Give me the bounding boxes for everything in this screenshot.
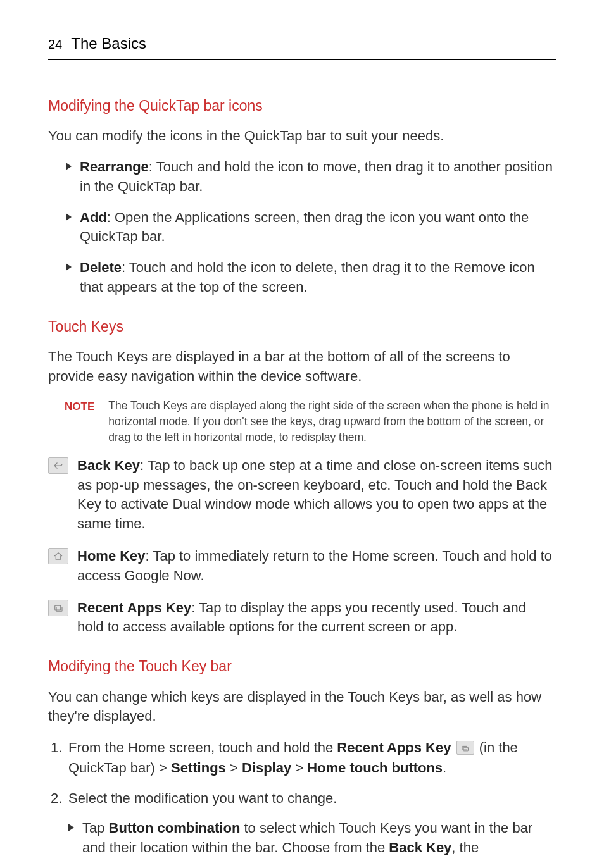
label-delete: Delete xyxy=(80,259,122,275)
step1-settings: Settings xyxy=(171,760,226,776)
sub-button-combo: Tap Button combination to select which T… xyxy=(68,819,556,858)
step1-home-touch: Home touch buttons xyxy=(307,760,443,776)
back-key-label: Back Key xyxy=(77,457,140,473)
modify-steps: From the Home screen, touch and hold the… xyxy=(48,738,556,857)
step2-text: Select the modification you want to chan… xyxy=(68,790,337,806)
text-add: : Open the Applications screen, then dra… xyxy=(80,209,529,245)
item-rearrange: Rearrange: Touch and hold the icon to mo… xyxy=(66,158,556,197)
step1-recent-label: Recent Apps Key xyxy=(337,740,451,755)
step1-gt2: > xyxy=(291,760,307,776)
sub-end: , the xyxy=(451,840,479,855)
heading-quicktap: Modifying the QuickTap bar icons xyxy=(48,96,556,116)
sub-pre: Tap xyxy=(82,820,109,836)
sub-button-combo-label: Button combination xyxy=(109,820,241,836)
intro-modify-touchkey: You can change which keys are displayed … xyxy=(48,688,556,727)
heading-modify-touchkey: Modifying the Touch Key bar xyxy=(48,656,556,677)
sub-back-key-label: Back Key xyxy=(389,840,451,855)
back-key-icon xyxy=(48,457,68,474)
home-key-label: Home Key xyxy=(77,548,146,564)
svg-rect-3 xyxy=(463,747,469,751)
item-add: Add: Open the Applications screen, then … xyxy=(66,208,556,247)
step2-sublist: Tap Button combination to select which T… xyxy=(68,819,556,858)
page-number: 24 xyxy=(48,35,62,54)
text-rearrange: : Touch and hold the icon to move, then … xyxy=(80,159,553,194)
label-add: Add xyxy=(80,209,107,225)
step-1: From the Home screen, touch and hold the… xyxy=(51,738,556,778)
row-back-key: Back Key: Tap to back up one step at a t… xyxy=(48,456,556,534)
intro-touchkeys: The Touch Keys are displayed in a bar at… xyxy=(48,347,556,387)
row-recent-key: Recent Apps Key: Tap to display the apps… xyxy=(48,598,556,638)
text-delete: : Touch and hold the icon to delete, the… xyxy=(80,259,535,295)
note-block: NOTE The Touch Keys are displayed along … xyxy=(65,398,556,446)
recent-apps-key-icon xyxy=(48,600,68,616)
home-key-desc: : Tap to immediately return to the Home … xyxy=(77,548,552,583)
item-delete: Delete: Touch and hold the icon to delet… xyxy=(66,258,556,297)
label-rearrange: Rearrange xyxy=(80,159,149,175)
step1-pre: From the Home screen, touch and hold the xyxy=(68,740,337,755)
home-key-icon xyxy=(48,548,68,564)
section-title: The Basics xyxy=(71,33,146,55)
note-text: The Touch Keys are displayed along the r… xyxy=(108,398,556,446)
back-key-desc: : Tap to back up one step at a time and … xyxy=(77,457,552,531)
step-2: Select the modification you want to chan… xyxy=(51,788,556,857)
step1-gt1: > xyxy=(226,760,242,776)
recent-apps-key-inline-icon xyxy=(456,741,474,755)
intro-quicktap: You can modify the icons in the QuickTap… xyxy=(48,127,556,146)
heading-touchkeys: Touch Keys xyxy=(48,316,556,337)
svg-rect-2 xyxy=(462,746,467,750)
step1-display: Display xyxy=(242,760,291,776)
back-key-text: Back Key: Tap to back up one step at a t… xyxy=(77,456,556,534)
svg-rect-1 xyxy=(56,607,62,611)
page-header: 24 The Basics xyxy=(48,33,556,60)
home-key-text: Home Key: Tap to immediately return to t… xyxy=(77,547,556,586)
step1-end: . xyxy=(443,760,446,776)
note-label: NOTE xyxy=(65,398,94,446)
recent-key-label: Recent Apps Key xyxy=(77,600,191,616)
quicktap-list: Rearrange: Touch and hold the icon to mo… xyxy=(48,158,556,297)
recent-key-text: Recent Apps Key: Tap to display the apps… xyxy=(77,598,556,638)
svg-rect-0 xyxy=(55,605,61,610)
row-home-key: Home Key: Tap to immediately return to t… xyxy=(48,547,556,586)
